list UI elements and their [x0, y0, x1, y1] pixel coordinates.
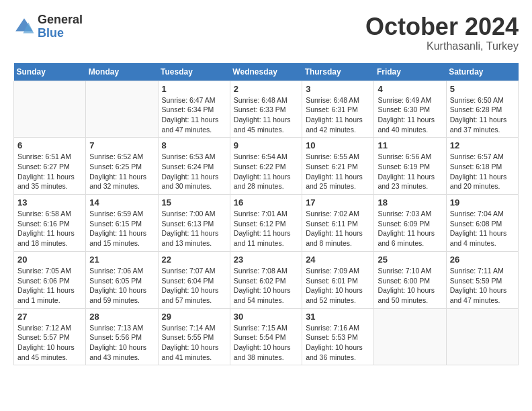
header-thursday: Thursday — [302, 63, 374, 81]
day-number: 26 — [450, 255, 515, 265]
header-row: Sunday Monday Tuesday Wednesday Thursday… — [14, 63, 519, 81]
calendar-cell: 16Sunrise: 7:01 AM Sunset: 6:12 PM Dayli… — [230, 195, 302, 252]
calendar-cell: 24Sunrise: 7:09 AM Sunset: 6:01 PM Dayli… — [302, 251, 374, 308]
day-number: 18 — [378, 197, 442, 208]
cell-info: Sunrise: 6:51 AM Sunset: 6:27 PM Dayligh… — [17, 152, 82, 191]
logo-blue: Blue — [38, 27, 83, 40]
header-wednesday: Wednesday — [230, 63, 302, 81]
cell-info: Sunrise: 6:56 AM Sunset: 6:19 PM Dayligh… — [378, 152, 442, 191]
cell-info: Sunrise: 6:49 AM Sunset: 6:30 PM Dayligh… — [378, 95, 442, 135]
logo: General Blue — [13, 13, 83, 40]
day-number: 13 — [17, 197, 82, 208]
calendar-cell: 30Sunrise: 7:15 AM Sunset: 5:54 PM Dayli… — [230, 308, 302, 365]
calendar-cell — [86, 81, 158, 138]
calendar-cell: 27Sunrise: 7:12 AM Sunset: 5:57 PM Dayli… — [14, 308, 86, 365]
day-number: 31 — [306, 312, 370, 322]
title-block: October 2024 Kurthasanli, Turkey — [365, 13, 519, 52]
calendar-cell: 26Sunrise: 7:11 AM Sunset: 5:59 PM Dayli… — [446, 251, 518, 308]
day-number: 19 — [450, 197, 515, 208]
cell-info: Sunrise: 7:05 AM Sunset: 6:06 PM Dayligh… — [17, 266, 82, 306]
day-number: 28 — [89, 312, 154, 322]
cell-info: Sunrise: 6:55 AM Sunset: 6:21 PM Dayligh… — [306, 152, 370, 191]
day-number: 11 — [378, 140, 442, 150]
header-tuesday: Tuesday — [158, 63, 230, 81]
header-friday: Friday — [374, 63, 446, 81]
cell-info: Sunrise: 7:11 AM Sunset: 5:59 PM Dayligh… — [450, 266, 515, 306]
calendar-cell: 19Sunrise: 7:04 AM Sunset: 6:08 PM Dayli… — [446, 195, 518, 252]
calendar-cell: 2Sunrise: 6:48 AM Sunset: 6:33 PM Daylig… — [230, 81, 302, 138]
cell-info: Sunrise: 7:02 AM Sunset: 6:11 PM Dayligh… — [306, 209, 370, 248]
day-number: 27 — [17, 312, 82, 322]
calendar-week-4: 27Sunrise: 7:12 AM Sunset: 5:57 PM Dayli… — [14, 308, 519, 365]
day-number: 5 — [450, 84, 515, 94]
day-number: 23 — [234, 255, 298, 265]
day-number: 12 — [450, 140, 515, 150]
day-number: 15 — [162, 197, 226, 208]
cell-info: Sunrise: 6:57 AM Sunset: 6:18 PM Dayligh… — [450, 152, 515, 191]
day-number: 14 — [89, 197, 154, 208]
calendar-cell: 22Sunrise: 7:07 AM Sunset: 6:04 PM Dayli… — [158, 251, 230, 308]
calendar-cell: 11Sunrise: 6:56 AM Sunset: 6:19 PM Dayli… — [374, 138, 446, 195]
cell-info: Sunrise: 7:03 AM Sunset: 6:09 PM Dayligh… — [378, 209, 442, 248]
calendar-cell — [374, 308, 446, 365]
logo-general: General — [38, 13, 83, 27]
calendar-cell: 23Sunrise: 7:08 AM Sunset: 6:02 PM Dayli… — [230, 251, 302, 308]
calendar-week-3: 20Sunrise: 7:05 AM Sunset: 6:06 PM Dayli… — [14, 251, 519, 308]
cell-info: Sunrise: 6:58 AM Sunset: 6:16 PM Dayligh… — [17, 209, 82, 248]
cell-info: Sunrise: 7:10 AM Sunset: 6:00 PM Dayligh… — [378, 266, 442, 306]
calendar-cell — [14, 81, 86, 138]
calendar-cell: 9Sunrise: 6:54 AM Sunset: 6:22 PM Daylig… — [230, 138, 302, 195]
cell-info: Sunrise: 6:59 AM Sunset: 6:15 PM Dayligh… — [89, 209, 154, 248]
calendar-cell: 5Sunrise: 6:50 AM Sunset: 6:28 PM Daylig… — [446, 81, 518, 138]
calendar-cell: 7Sunrise: 6:52 AM Sunset: 6:25 PM Daylig… — [86, 138, 158, 195]
day-number: 17 — [306, 197, 370, 208]
page-header: General Blue October 2024 Kurthasanli, T… — [13, 13, 519, 52]
cell-info: Sunrise: 7:00 AM Sunset: 6:13 PM Dayligh… — [162, 209, 226, 248]
day-number: 29 — [162, 312, 226, 322]
header-saturday: Saturday — [446, 63, 518, 81]
month-title: October 2024 — [365, 13, 519, 40]
cell-info: Sunrise: 6:54 AM Sunset: 6:22 PM Dayligh… — [234, 152, 298, 191]
calendar-cell: 8Sunrise: 6:53 AM Sunset: 6:24 PM Daylig… — [158, 138, 230, 195]
cell-info: Sunrise: 7:09 AM Sunset: 6:01 PM Dayligh… — [306, 266, 370, 306]
calendar-week-0: 1Sunrise: 6:47 AM Sunset: 6:34 PM Daylig… — [14, 81, 519, 138]
day-number: 22 — [162, 255, 226, 265]
calendar-cell: 15Sunrise: 7:00 AM Sunset: 6:13 PM Dayli… — [158, 195, 230, 252]
day-number: 30 — [234, 312, 298, 322]
day-number: 3 — [306, 84, 370, 94]
calendar-cell: 25Sunrise: 7:10 AM Sunset: 6:00 PM Dayli… — [374, 251, 446, 308]
calendar-cell: 12Sunrise: 6:57 AM Sunset: 6:18 PM Dayli… — [446, 138, 518, 195]
day-number: 10 — [306, 140, 370, 150]
calendar-cell: 29Sunrise: 7:14 AM Sunset: 5:55 PM Dayli… — [158, 308, 230, 365]
calendar-cell: 31Sunrise: 7:16 AM Sunset: 5:53 PM Dayli… — [302, 308, 374, 365]
calendar-table: Sunday Monday Tuesday Wednesday Thursday… — [13, 63, 519, 366]
calendar-header: Sunday Monday Tuesday Wednesday Thursday… — [14, 63, 519, 81]
calendar-cell: 18Sunrise: 7:03 AM Sunset: 6:09 PM Dayli… — [374, 195, 446, 252]
calendar-cell: 14Sunrise: 6:59 AM Sunset: 6:15 PM Dayli… — [86, 195, 158, 252]
day-number: 21 — [89, 255, 154, 265]
calendar-week-1: 6Sunrise: 6:51 AM Sunset: 6:27 PM Daylig… — [14, 138, 519, 195]
calendar-cell: 10Sunrise: 6:55 AM Sunset: 6:21 PM Dayli… — [302, 138, 374, 195]
calendar-cell — [446, 308, 518, 365]
cell-info: Sunrise: 7:15 AM Sunset: 5:54 PM Dayligh… — [234, 323, 298, 363]
calendar-cell: 1Sunrise: 6:47 AM Sunset: 6:34 PM Daylig… — [158, 81, 230, 138]
cell-info: Sunrise: 7:06 AM Sunset: 6:05 PM Dayligh… — [89, 266, 154, 306]
day-number: 9 — [234, 140, 298, 150]
cell-info: Sunrise: 7:01 AM Sunset: 6:12 PM Dayligh… — [234, 209, 298, 248]
cell-info: Sunrise: 6:47 AM Sunset: 6:34 PM Dayligh… — [162, 95, 226, 135]
day-number: 16 — [234, 197, 298, 208]
cell-info: Sunrise: 7:08 AM Sunset: 6:02 PM Dayligh… — [234, 266, 298, 306]
calendar-cell: 6Sunrise: 6:51 AM Sunset: 6:27 PM Daylig… — [14, 138, 86, 195]
cell-info: Sunrise: 7:16 AM Sunset: 5:53 PM Dayligh… — [306, 323, 370, 363]
cell-info: Sunrise: 6:53 AM Sunset: 6:24 PM Dayligh… — [162, 152, 226, 191]
header-sunday: Sunday — [14, 63, 86, 81]
calendar-cell: 3Sunrise: 6:48 AM Sunset: 6:31 PM Daylig… — [302, 81, 374, 138]
calendar-cell: 4Sunrise: 6:49 AM Sunset: 6:30 PM Daylig… — [374, 81, 446, 138]
day-number: 20 — [17, 255, 82, 265]
day-number: 24 — [306, 255, 370, 265]
day-number: 7 — [89, 140, 154, 150]
cell-info: Sunrise: 7:13 AM Sunset: 5:56 PM Dayligh… — [89, 323, 154, 363]
cell-info: Sunrise: 6:48 AM Sunset: 6:33 PM Dayligh… — [234, 95, 298, 135]
day-number: 8 — [162, 140, 226, 150]
cell-info: Sunrise: 7:07 AM Sunset: 6:04 PM Dayligh… — [162, 266, 226, 306]
